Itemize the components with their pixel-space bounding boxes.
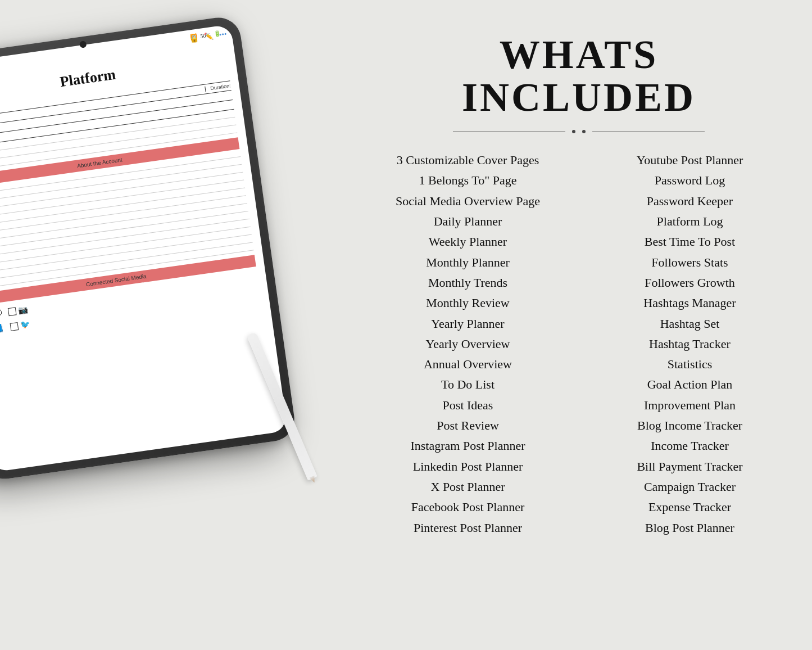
checkbox-instagram: [8, 307, 17, 316]
right-feature-item: Income Tracker: [590, 436, 790, 456]
left-feature-item: Instagram Post Planner: [368, 436, 568, 456]
right-feature-item: Blog Post Planner: [590, 518, 790, 538]
right-feature-item: Hashtag Tracker: [590, 334, 790, 354]
toolbar-icons: 🔒 ✏️ •••: [188, 28, 229, 45]
document-content: Platform me: d Email: Duration: Phone Nu: [0, 44, 288, 472]
left-feature-item: Social Media Overview Page: [368, 191, 568, 211]
twitter-icon: 🐦: [20, 319, 30, 330]
heading-line2: INCLUDED: [462, 75, 696, 120]
right-feature-item: Campaign Tracker: [590, 477, 790, 497]
pencil-tool-icon: ✏️: [202, 30, 215, 43]
divider-right: [592, 132, 705, 132]
whatsapp-row: 💬: [0, 308, 2, 321]
left-feature-item: 3 Customizable Cover Pages: [368, 150, 568, 170]
instagram-icon: 📷: [17, 304, 28, 315]
tablet-outer: 📶 50% 🔋 🔒 ✏️ ••• Platform me:: [0, 15, 297, 482]
right-feature-item: Expense Tracker: [590, 497, 790, 517]
left-column: 3 Customizable Cover Pages1 Belongs To" …: [368, 150, 568, 538]
main-title: WHATS INCLUDED: [368, 34, 790, 119]
left-feature-item: Facebook Post Planner: [368, 497, 568, 517]
right-feature-item: Best Time To Post: [590, 232, 790, 252]
left-feature-item: Monthly Planner: [368, 252, 568, 273]
left-feature-item: Monthly Review: [368, 293, 568, 313]
instagram-row: 📷: [7, 304, 28, 317]
title-divider: [368, 130, 790, 133]
left-feature-item: Linkedin Post Planner: [368, 457, 568, 477]
right-feature-item: Goal Action Plan: [590, 374, 790, 395]
tablet-screen: 📶 50% 🔋 🔒 ✏️ ••• Platform me:: [0, 24, 288, 472]
right-feature-item: Hashtag Set: [590, 314, 790, 334]
content-section: WHATS INCLUDED 3 Customizable Cover Page…: [368, 34, 790, 538]
left-feature-item: Daily Planner: [368, 211, 568, 232]
facebook-row: 📘: [0, 323, 4, 336]
right-feature-item: Youtube Post Planner: [590, 150, 790, 170]
left-feature-item: Yearly Overview: [368, 334, 568, 354]
divider-dot-left: [572, 130, 575, 133]
twitter-row: 🐦: [10, 319, 30, 332]
right-feature-item: Followers Stats: [590, 252, 790, 273]
label-duration: Duration:: [210, 83, 232, 91]
left-feature-item: Yearly Planner: [368, 314, 568, 334]
left-feature-item: 1 Belongs To" Page: [368, 170, 568, 191]
left-feature-item: Pinterest Post Planner: [368, 518, 568, 538]
left-feature-item: X Post Planner: [368, 477, 568, 497]
divider-dot-right: [582, 130, 586, 133]
right-feature-item: Improvement Plan: [590, 395, 790, 416]
right-feature-item: Platform Log: [590, 211, 790, 232]
left-feature-item: To Do List: [368, 374, 568, 395]
right-column: Youtube Post PlannerPassword LogPassword…: [590, 150, 790, 538]
left-feature-item: Post Review: [368, 416, 568, 436]
form-duration-part: Duration:: [206, 83, 231, 92]
left-feature-item: Annual Overview: [368, 354, 568, 374]
right-feature-item: Password Log: [590, 170, 790, 191]
right-feature-item: Statistics: [590, 354, 790, 374]
heading-line1: WHATS: [500, 32, 659, 77]
left-feature-item: Monthly Trends: [368, 273, 568, 293]
features-grid: 3 Customizable Cover Pages1 Belongs To" …: [368, 150, 790, 538]
right-feature-item: Password Keeper: [590, 191, 790, 211]
left-feature-item: Post Ideas: [368, 395, 568, 416]
divider-left: [453, 132, 565, 132]
right-feature-item: Followers Growth: [590, 273, 790, 293]
right-feature-item: Bill Payment Tracker: [590, 457, 790, 477]
more-icon: •••: [216, 28, 229, 41]
tablet-wrapper: 📶 50% 🔋 🔒 ✏️ ••• Platform me:: [0, 13, 310, 493]
right-feature-item: Blog Income Tracker: [590, 416, 790, 436]
right-feature-item: Hashtags Manager: [590, 293, 790, 313]
checkbox-twitter: [10, 322, 19, 331]
tablet-section: 📶 50% 🔋 🔒 ✏️ ••• Platform me:: [0, 0, 348, 650]
facebook-icon: 📘: [0, 323, 4, 334]
lock-icon: 🔒: [188, 32, 201, 45]
whatsapp-icon: 💬: [0, 308, 2, 319]
left-feature-item: Weekly Planner: [368, 232, 568, 252]
